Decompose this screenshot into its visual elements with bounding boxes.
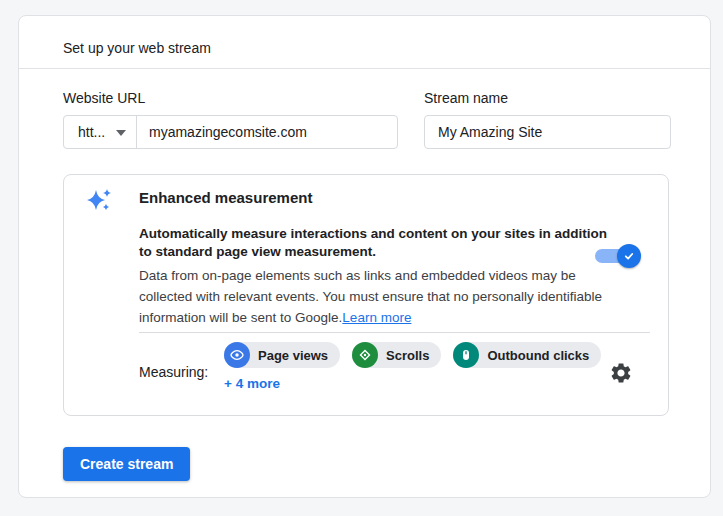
enhanced-measurement-title: Enhanced measurement bbox=[139, 189, 312, 206]
enhanced-measurement-description-secondary: Data from on-page elements such as links… bbox=[139, 265, 609, 328]
card-header: Set up your web stream bbox=[19, 16, 710, 69]
measuring-label: Measuring: bbox=[139, 364, 208, 380]
check-icon bbox=[622, 249, 636, 263]
divider bbox=[139, 332, 650, 333]
measuring-chips-row: Page views Scrolls bbox=[224, 342, 601, 368]
chip-label: Page views bbox=[258, 348, 328, 363]
chip-label: Outbound clicks bbox=[487, 348, 589, 363]
website-url-input[interactable] bbox=[137, 116, 397, 148]
more-measurements-link[interactable]: + 4 more bbox=[224, 376, 280, 391]
chip-page-views[interactable]: Page views bbox=[224, 342, 340, 368]
create-stream-button[interactable]: Create stream bbox=[63, 447, 190, 481]
stream-name-group: Stream name bbox=[424, 90, 671, 149]
protocol-dropdown[interactable]: htt... bbox=[64, 116, 137, 148]
learn-more-link[interactable]: Learn more bbox=[342, 310, 411, 325]
page-title: Set up your web stream bbox=[63, 40, 211, 56]
sparkle-icon bbox=[86, 186, 114, 214]
website-url-label: Website URL bbox=[63, 90, 398, 107]
mouse-icon bbox=[453, 342, 479, 368]
gear-icon[interactable] bbox=[609, 361, 633, 385]
website-url-control: htt... bbox=[63, 115, 398, 149]
enhanced-measurement-card: Enhanced measurement Automatically measu… bbox=[63, 174, 669, 416]
chip-label: Scrolls bbox=[386, 348, 429, 363]
chip-scrolls[interactable]: Scrolls bbox=[352, 342, 441, 368]
enhanced-measurement-toggle[interactable] bbox=[595, 244, 641, 268]
stream-name-input[interactable] bbox=[424, 115, 671, 149]
stream-setup-card: Set up your web stream Website URL htt..… bbox=[18, 15, 711, 498]
scroll-icon bbox=[352, 342, 378, 368]
website-url-group: Website URL htt... bbox=[63, 90, 398, 149]
toggle-thumb bbox=[617, 244, 641, 268]
chevron-down-icon bbox=[116, 130, 126, 136]
card-body: Website URL htt... Stream name bbox=[19, 69, 710, 481]
enhanced-measurement-description-primary: Automatically measure interactions and c… bbox=[139, 225, 619, 261]
stream-form-row: Website URL htt... Stream name bbox=[63, 90, 667, 149]
stream-name-label: Stream name bbox=[424, 90, 671, 107]
eye-icon bbox=[224, 342, 250, 368]
chip-outbound-clicks[interactable]: Outbound clicks bbox=[453, 342, 601, 368]
setup-web-stream-screen: Set up your web stream Website URL htt..… bbox=[0, 0, 723, 516]
protocol-value: htt... bbox=[78, 124, 105, 140]
